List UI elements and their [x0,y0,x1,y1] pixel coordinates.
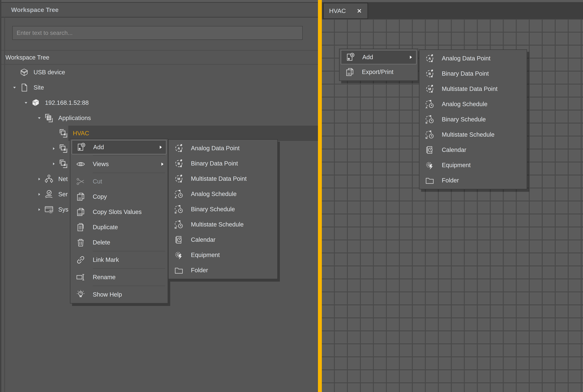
tab-label: HVAC [329,8,356,14]
menu-item[interactable]: Views [70,156,168,172]
menu-item[interactable]: Calendar [168,232,277,247]
menu-item[interactable]: Multistate Data Point [168,171,277,186]
menu-item[interactable]: Delete [70,235,168,250]
panel-splitter[interactable] [318,0,322,392]
menu-item-label: Analog Data Point [191,145,240,152]
menu-item[interactable]: Binary Data Point [168,156,277,171]
expand-arrow-icon[interactable] [24,100,28,106]
tree-row[interactable]: Applications [0,110,318,126]
menu-item[interactable]: Link Mark [70,252,168,268]
menu-item[interactable]: Binary Data Point [420,66,527,81]
multistate-data-point-icon [425,84,434,94]
tab-hvac[interactable]: HVAC [323,3,368,19]
expand-arrow-slot[interactable] [21,100,31,106]
menu-item[interactable]: Calendar [420,142,527,158]
expand-arrow-slot[interactable] [49,146,58,151]
expand-arrow-icon[interactable] [37,116,42,121]
close-icon[interactable] [356,8,362,14]
tree-item-label: Ser [58,191,68,198]
menu-item[interactable]: Multistate Data Point [420,81,527,96]
menu-item-label: Analog Schedule [191,190,236,197]
menu-item-label: Multistate Data Point [191,175,247,182]
tree-item-label: Site [34,84,44,91]
menu-item[interactable]: Add [72,140,166,154]
system-window-gear-icon [44,205,54,214]
binary-data-point-icon [174,159,184,168]
menu-item-label: Binary Schedule [191,206,235,212]
menu-item-label: Rename [93,274,116,280]
menu-item-label: Add [362,54,373,60]
panel-top-strip [0,0,318,2]
menu-item[interactable]: Analog Schedule [420,96,527,112]
expand-arrow-slot[interactable] [34,176,44,182]
tree-section-header: Workspace Tree [0,50,318,65]
menu-item[interactable]: Equipment [420,158,527,173]
menu-item[interactable]: Analog Data Point [168,140,277,156]
network-tree-icon [44,174,54,184]
menu-item[interactable]: Cut [70,174,168,189]
menu-item-label: Analog Data Point [442,55,490,62]
duplicate-icon [76,222,86,232]
applications-grid-icon [44,113,54,123]
menu-item-label: Calendar [442,146,466,153]
expand-arrow-slot[interactable] [34,116,44,121]
menu-item-label: Add [93,144,104,150]
tree-row[interactable]: USB device [0,65,318,80]
expand-arrow-icon[interactable] [12,85,17,90]
menu-item-label: Duplicate [93,224,118,230]
canvas-context-menu: Add Export/Print [339,48,418,81]
calendar-icon [174,235,184,244]
menu-item[interactable]: Binary Schedule [168,202,277,217]
canvas-add-submenu: Analog Data Point Binary Data Point Mult… [419,50,527,189]
menu-item-label: Folder [442,177,459,184]
expand-arrow-icon[interactable] [37,192,42,197]
menu-item-label: Show Help [93,291,122,298]
views-eye-icon [76,159,86,169]
menu-item[interactable]: Folder [420,173,527,188]
menu-item[interactable]: Copy Slots Values [70,204,168,220]
app-window: Workspace Tree Workspace Tree USB device… [0,0,583,392]
menu-item[interactable]: Equipment [168,247,277,262]
menu-item-label: Binary Data Point [191,160,238,167]
tree-row[interactable]: 192.168.1.52:88 [0,95,318,110]
expand-arrow-slot[interactable] [34,207,44,212]
copy-icon [76,192,86,202]
menu-item-label: Copy Slots Values [93,208,142,215]
expand-arrow-icon[interactable] [37,207,42,212]
analog-schedule-icon [425,99,434,109]
cut-scissors-icon [76,177,86,186]
menu-item[interactable]: Folder [168,262,277,278]
expand-arrow-icon[interactable] [37,176,42,182]
menu-item[interactable]: Multistate Schedule [168,217,277,232]
binary-data-point-icon [425,69,434,78]
menu-item[interactable]: Binary Schedule [420,112,527,127]
menu-item[interactable]: Rename [70,270,168,285]
tree-item-label: Net [58,176,68,182]
menu-item[interactable]: Export/Print [340,64,418,80]
menu-item[interactable]: Analog Schedule [168,186,277,202]
expand-arrow-slot[interactable] [34,192,44,197]
tree-item-label: Applications [58,114,91,122]
expand-arrow-slot[interactable] [49,161,58,166]
canvas-top-strip [322,0,583,2]
search-input[interactable] [12,26,303,40]
menu-item[interactable]: Copy [70,189,168,204]
menu-separator [93,172,165,174]
tree-row[interactable]: Site [0,80,318,95]
tree-item-label: 192.168.1.52:88 [45,99,89,106]
show-help-bulb-icon [76,290,86,300]
menu-item[interactable]: Duplicate [70,220,168,235]
expand-arrow-slot[interactable] [10,85,19,90]
multistate-schedule-icon [174,220,184,229]
menu-item[interactable]: Analog Data Point [420,51,527,66]
menu-item-label: Binary Schedule [442,116,486,123]
usb-device-icon [19,68,29,77]
menu-item[interactable]: Show Help [70,287,168,302]
menu-item[interactable]: Add [341,50,416,64]
expand-arrow-icon[interactable] [51,161,56,166]
rename-icon [76,272,86,282]
expand-arrow-slot[interactable] [49,131,58,136]
expand-arrow-icon[interactable] [51,146,56,151]
menu-item[interactable]: Multistate Schedule [420,127,527,142]
expand-arrow-slot[interactable] [10,70,19,75]
